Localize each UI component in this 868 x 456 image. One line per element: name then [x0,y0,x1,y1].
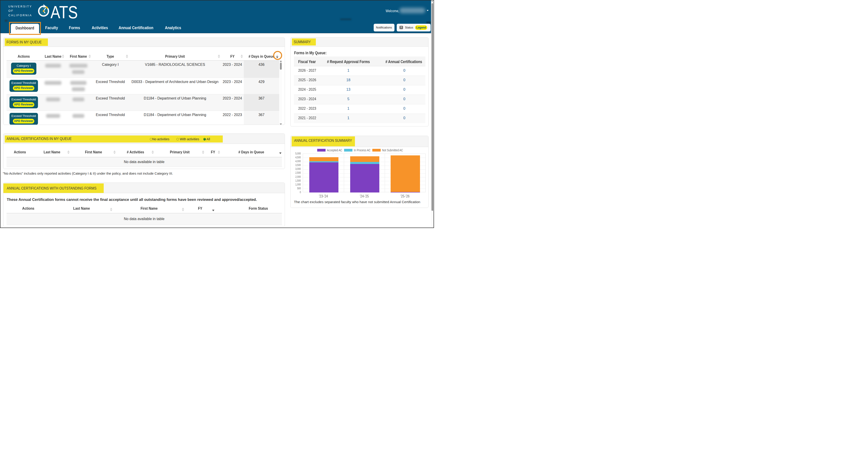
svg-text:ATS: ATS [51,2,78,22]
